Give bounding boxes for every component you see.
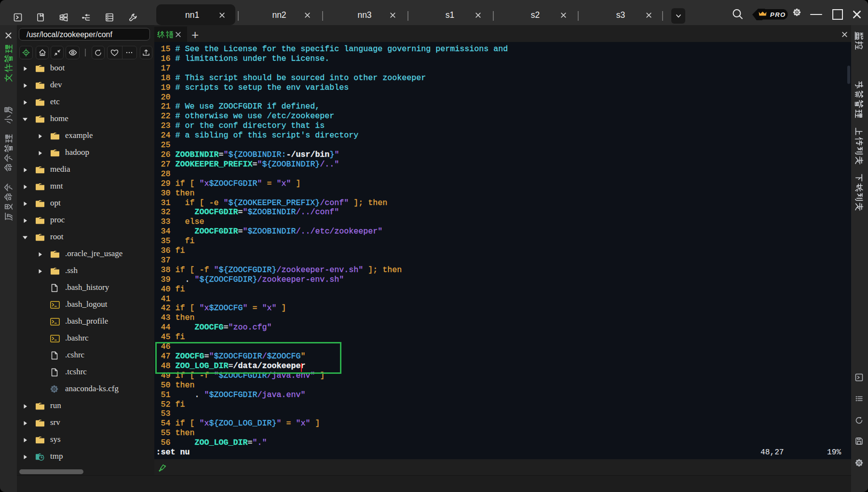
- svg-text:PRO: PRO: [770, 11, 786, 18]
